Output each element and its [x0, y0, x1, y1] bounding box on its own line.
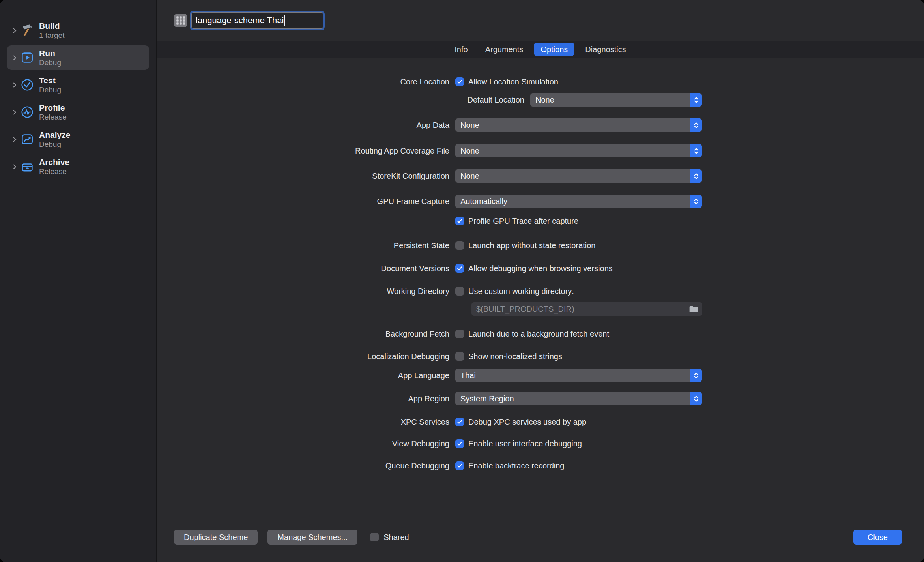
scheme-name-value: language-scheme Thai: [196, 15, 284, 26]
sidebar-item-title: Analyze: [39, 130, 70, 140]
sidebar-item-run[interactable]: RunDebug: [7, 45, 149, 70]
app-language-popup[interactable]: Thai: [455, 369, 702, 382]
updown-chevrons-icon: [690, 118, 702, 132]
launch-app-without-state-restoration-checkbox[interactable]: [455, 241, 464, 250]
allow-debugging-when-browsing-versions-checkbox[interactable]: [455, 264, 464, 273]
storekit-configuration-row: StoreKit ConfigurationNone: [157, 169, 924, 183]
localization-debugging-row: Localization DebuggingShow non-localized…: [157, 350, 924, 363]
sidebar-item-title: Run: [39, 48, 61, 58]
options-form: Core LocationAllow Location SimulationDe…: [157, 58, 924, 512]
persistent-state-row: Persistent StateLaunch app without state…: [157, 239, 924, 252]
manage-schemes-button[interactable]: Manage Schemes...: [267, 530, 357, 545]
field-label: Background Fetch: [157, 330, 449, 339]
routing-app-coverage-file-popup[interactable]: None: [455, 144, 702, 157]
popup-selected-value: None: [535, 96, 690, 105]
disclosure-chevron-icon[interactable]: [10, 137, 19, 142]
sidebar-item-profile[interactable]: ProfileRelease: [7, 100, 149, 124]
updown-chevrons-icon: [690, 144, 702, 157]
disclosure-chevron-icon[interactable]: [10, 28, 19, 34]
checkbox-label: Use custom working directory:: [468, 287, 574, 296]
tab-options[interactable]: Options: [534, 43, 574, 56]
enable-backtrace-recording-checkbox[interactable]: [455, 461, 464, 470]
tab-arguments[interactable]: Arguments: [479, 43, 530, 56]
background-fetch-row: Background FetchLaunch due to a backgrou…: [157, 327, 924, 341]
storekit-configuration-popup[interactable]: None: [455, 169, 702, 183]
updown-chevrons-icon: [690, 369, 702, 382]
scheme-tab-bar: InfoArgumentsOptionsDiagnostics: [157, 41, 924, 58]
hammer-icon: [21, 24, 34, 37]
profile-gpu-trace-after-capture-checkbox[interactable]: [455, 217, 464, 225]
sidebar-item-title: Profile: [39, 103, 67, 113]
app-data-popup[interactable]: None: [455, 118, 702, 132]
checkbox-label: Debug XPC services used by app: [468, 418, 586, 427]
view-debugging-row: View DebuggingEnable user interface debu…: [157, 437, 924, 450]
profile-gauge-icon: [21, 105, 34, 119]
disclosure-chevron-icon[interactable]: [10, 164, 19, 170]
sidebar-item-subtitle: Release: [39, 167, 69, 176]
built-products-dir-row: $(BUILT_PRODUCTS_DIR): [157, 302, 924, 316]
edit-scheme-dialog: Build1 targetRunDebugTestDebugProfileRel…: [0, 0, 924, 562]
queue-debugging-row: Queue DebuggingEnable backtrace recordin…: [157, 459, 924, 472]
text-caret: [284, 15, 285, 26]
scheme-name-input[interactable]: language-scheme Thai: [191, 12, 323, 29]
close-button[interactable]: Close: [853, 530, 902, 545]
textfield-value: $(BUILT_PRODUCTS_DIR): [476, 305, 689, 314]
scheme-sidebar: Build1 targetRunDebugTestDebugProfileRel…: [0, 0, 157, 562]
checkbox-label: Show non-localized strings: [468, 352, 562, 361]
sidebar-item-title: Build: [39, 21, 64, 31]
shared-checkbox-label: Shared: [383, 533, 409, 542]
dialog-footer: Duplicate Scheme Manage Schemes... Share…: [157, 512, 924, 562]
sidebar-item-archive[interactable]: ArchiveRelease: [7, 154, 149, 179]
updown-chevrons-icon: [690, 392, 702, 405]
use-custom-working-directory-checkbox[interactable]: [455, 287, 464, 296]
run-play-icon: [21, 51, 34, 64]
field-label: App Region: [157, 394, 449, 403]
enable-user-interface-debugging-checkbox[interactable]: [455, 439, 464, 448]
scheme-action-list: Build1 targetRunDebugTestDebugProfileRel…: [0, 18, 156, 179]
scheme-name-header: language-scheme Thai: [157, 0, 924, 41]
tab-info[interactable]: Info: [448, 43, 474, 56]
field-label: Localization Debugging: [157, 352, 449, 361]
document-versions-row: Document VersionsAllow debugging when br…: [157, 262, 924, 275]
shared-checkbox[interactable]: [370, 533, 379, 541]
popup-selected-value: None: [460, 172, 690, 181]
sidebar-item-test[interactable]: TestDebug: [7, 73, 149, 97]
checkbox-label: Profile GPU Trace after capture: [468, 217, 578, 226]
field-label: Working Directory: [157, 287, 449, 296]
scheme-main-panel: language-scheme Thai InfoArgumentsOption…: [157, 0, 924, 562]
gpu-frame-capture-popup[interactable]: Automatically: [455, 195, 702, 208]
disclosure-chevron-icon[interactable]: [10, 82, 19, 88]
disclosure-chevron-icon[interactable]: [10, 55, 19, 61]
duplicate-scheme-button[interactable]: Duplicate Scheme: [174, 530, 258, 545]
launch-due-to-a-background-fetch-event-checkbox[interactable]: [455, 330, 464, 338]
profile-gpu-trace-after-capture-row: Profile GPU Trace after capture: [157, 214, 924, 228]
test-check-icon: [21, 78, 34, 92]
debug-xpc-services-used-by-app-checkbox[interactable]: [455, 418, 464, 426]
app-region-row: App RegionSystem Region: [157, 392, 924, 405]
archive-box-icon: [21, 160, 34, 173]
updown-chevrons-icon: [690, 195, 702, 208]
show-non-localized-strings-checkbox[interactable]: [455, 352, 464, 361]
disclosure-chevron-icon[interactable]: [10, 109, 19, 115]
sidebar-item-title: Archive: [39, 157, 69, 167]
sidebar-item-subtitle: Debug: [39, 85, 61, 94]
sidebar-item-subtitle: Release: [39, 112, 67, 122]
checkbox-label: Allow Location Simulation: [468, 77, 558, 86]
app-language-row: App LanguageThai: [157, 369, 924, 382]
sidebar-item-subtitle: Debug: [39, 140, 70, 149]
field-label: Queue Debugging: [157, 461, 449, 470]
allow-location-simulation-checkbox[interactable]: [455, 77, 464, 86]
sidebar-item-analyze[interactable]: AnalyzeDebug: [7, 127, 149, 152]
sidebar-item-build[interactable]: Build1 target: [7, 18, 149, 43]
sidebar-item-subtitle: Debug: [39, 58, 61, 67]
working-directory-row: Working DirectoryUse custom working dire…: [157, 285, 924, 298]
sidebar-item-title: Test: [39, 75, 61, 86]
core-location-row: Core LocationAllow Location Simulation: [157, 75, 924, 88]
default-location-popup[interactable]: None: [530, 93, 702, 107]
field-label: App Language: [157, 371, 449, 380]
field-label: Core Location: [157, 77, 449, 86]
scheme-app-icon: [174, 14, 187, 27]
app-region-popup[interactable]: System Region: [455, 392, 702, 405]
tab-diagnostics[interactable]: Diagnostics: [578, 43, 632, 56]
field-label: View Debugging: [157, 439, 449, 448]
